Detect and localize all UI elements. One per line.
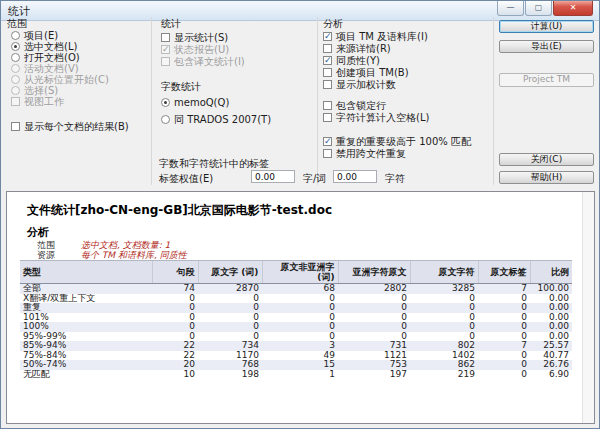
table-header-cell: 亚洲字符原文 xyxy=(338,261,410,284)
table-cell: 全部 xyxy=(20,284,152,294)
maximize-icon[interactable]: ▢ xyxy=(525,1,552,16)
statistics-option: 状态报告(U) xyxy=(161,44,245,55)
table-cell: 95%-99% xyxy=(20,332,152,342)
table-cell: 0 xyxy=(410,294,478,304)
divider xyxy=(317,17,318,185)
table-header-cell: 原文字 (词) xyxy=(198,261,262,284)
analysis-options-c: 重复的重要级高于 100% 匹配禁用跨文件重复 xyxy=(323,136,471,160)
table-header-cell: 原文非亚洲字 (词) xyxy=(262,261,338,284)
help-button[interactable]: 帮助(H) xyxy=(499,171,594,184)
analysis-option[interactable]: 字符计算计入空格(L) xyxy=(323,112,429,123)
table-cell: 0 xyxy=(198,313,262,323)
tag-weight-words-unit: 字/词 xyxy=(303,172,326,186)
table-cell: 753 xyxy=(338,360,410,370)
table-cell: 0 xyxy=(198,322,262,332)
checkbox-icon xyxy=(323,101,332,110)
table-cell: 0 xyxy=(262,303,338,313)
close-button[interactable]: 关闭(C) xyxy=(499,153,594,166)
table-cell: 1170 xyxy=(198,351,262,361)
tag-weight-words-input[interactable] xyxy=(251,170,295,183)
close-icon[interactable]: ✕ xyxy=(553,1,593,16)
analysis-option[interactable]: 包含锁定行 xyxy=(323,100,429,111)
wordcount-option[interactable]: memoQ(Q) xyxy=(161,97,271,108)
checkbox-icon xyxy=(161,45,170,54)
table-cell: 15 xyxy=(262,360,338,370)
table-cell: 6.90 xyxy=(530,370,572,380)
table-cell: 7 xyxy=(478,341,530,351)
analysis-option[interactable]: 同质性(Y) xyxy=(323,55,428,66)
table-cell: 68 xyxy=(262,284,338,294)
table-cell: 2870 xyxy=(198,284,262,294)
table-cell: 3 xyxy=(262,341,338,351)
table-cell: 0 xyxy=(262,332,338,342)
analysis-option[interactable]: 禁用跨文件重复 xyxy=(323,148,471,159)
analysis-option[interactable]: 创建项目 TM(B) xyxy=(323,67,428,78)
analysis-option[interactable]: 项目 TM 及语料库(I) xyxy=(323,31,428,42)
window-titlebar[interactable]: 统计 — ▢ ✕ xyxy=(1,1,599,21)
table-cell: 0 xyxy=(152,303,198,313)
table-cell: 0 xyxy=(478,313,530,323)
table-cell: 0 xyxy=(478,351,530,361)
results-scrollbar[interactable] xyxy=(582,192,594,423)
wordcount-option[interactable]: 同 TRADOS 2007(T) xyxy=(161,114,271,125)
calculate-button[interactable]: 计算(U) xyxy=(499,20,594,33)
table-cell: 50%-74% xyxy=(20,360,152,370)
table-cell: 0 xyxy=(262,313,338,323)
table-cell: 802 xyxy=(410,341,478,351)
table-cell: 197 xyxy=(338,370,410,380)
table-cell: 0.00 xyxy=(530,313,572,323)
table-row: 50%-74%2076815753862026.76 xyxy=(20,360,572,370)
table-cell: 0 xyxy=(410,313,478,323)
window-controls: — ▢ ✕ xyxy=(496,1,593,16)
table-cell: 0 xyxy=(152,322,198,332)
table-row: 85%-94%227343731802725.57 xyxy=(20,341,572,351)
radio-icon xyxy=(11,64,20,73)
radio-icon xyxy=(161,98,170,107)
divider xyxy=(493,17,494,185)
divider xyxy=(151,17,152,185)
checkbox-icon xyxy=(323,68,332,77)
analysis-option[interactable]: 来源详情(R) xyxy=(323,43,428,54)
show-results-option[interactable]: 显示每个文档的结果(B) xyxy=(11,121,129,132)
table-header-cell: 原文字符 xyxy=(410,261,478,284)
table-cell: 26.76 xyxy=(530,360,572,370)
table-cell: 0 xyxy=(410,322,478,332)
checkbox-icon xyxy=(323,149,332,158)
table-cell: 0 xyxy=(338,313,410,323)
tag-weight-chars-input[interactable] xyxy=(333,170,377,183)
checkbox-icon xyxy=(323,113,332,122)
table-cell: 0 xyxy=(478,303,530,313)
table-cell: 49 xyxy=(262,351,338,361)
analysis-option[interactable]: 显示加权计数 xyxy=(323,79,428,90)
table-row: X翻译/双重上下文0000000.00 xyxy=(20,294,572,304)
analysis-option[interactable]: 重复的重要级高于 100% 匹配 xyxy=(323,136,471,147)
checkbox-icon xyxy=(323,32,332,41)
table-row: 95%-99%0000000.00 xyxy=(20,332,572,342)
table-cell: 0.00 xyxy=(530,322,572,332)
scope-option-label: 视图工作 xyxy=(24,95,64,109)
table-cell: 40.77 xyxy=(530,351,572,361)
table-cell: 0.00 xyxy=(530,332,572,342)
table-header-cell: 句段 xyxy=(152,261,198,284)
table-cell: 0.00 xyxy=(530,303,572,313)
table-header-cell: 原文标签 xyxy=(478,261,530,284)
table-cell: 768 xyxy=(198,360,262,370)
table-cell: 0 xyxy=(338,294,410,304)
table-cell: 100% xyxy=(20,322,152,332)
table-cell: 0 xyxy=(410,303,478,313)
statistics-options: 显示统计(S)状态报告(U)包含译文统计(I) xyxy=(161,32,245,68)
table-cell: 1121 xyxy=(338,351,410,361)
statistics-dialog: 统计 — ▢ ✕ 范围 项目(E)选中文档(L)打开文档(O)活动文档(V)从光… xyxy=(0,0,600,429)
checkbox-icon xyxy=(323,56,332,65)
table-cell: 0 xyxy=(478,322,530,332)
minimize-icon[interactable]: — xyxy=(497,1,524,16)
table-cell: 0 xyxy=(152,332,198,342)
radio-icon xyxy=(11,75,20,84)
table-cell: 22 xyxy=(152,351,198,361)
table-row: 100%0000000.00 xyxy=(20,322,572,332)
statistics-report-table: 类型句段原文字 (词)原文非亚洲字 (词)亚洲字符原文原文字符原文标签比例全部7… xyxy=(20,260,572,379)
table-cell: 734 xyxy=(198,341,262,351)
export-button[interactable]: 导出(E) xyxy=(499,40,594,53)
table-row: 全部74287068280232857100.00 xyxy=(20,284,572,294)
statistics-option[interactable]: 显示统计(S) xyxy=(161,32,245,43)
